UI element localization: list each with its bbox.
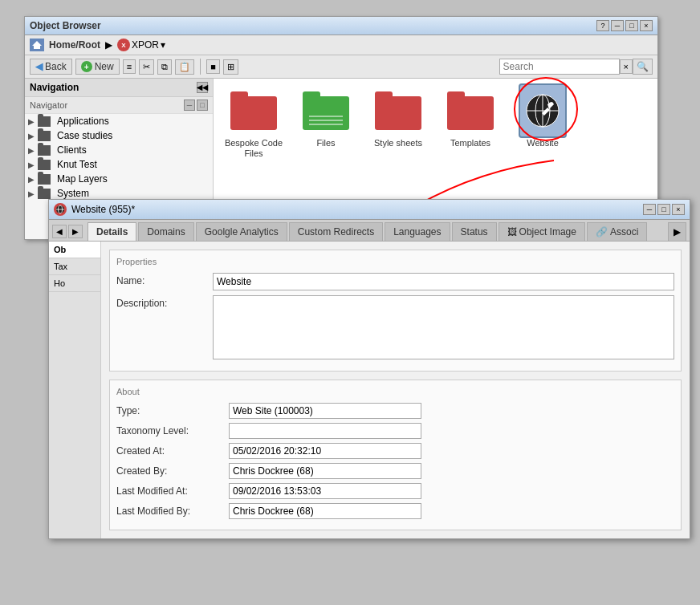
website-window-controls: ─ □ × — [643, 204, 685, 215]
expand-icon: ▶ — [28, 175, 36, 184]
sidebar-header: Navigation ◀◀ — [25, 79, 213, 97]
file-item-templates[interactable]: Templates — [438, 87, 503, 159]
tab-forward-button[interactable]: ▶ — [68, 225, 83, 238]
sidebar-item-map-layers[interactable]: ▶ Map Layers — [25, 172, 213, 186]
folder-stylesheets-icon — [374, 87, 422, 135]
tab-languages[interactable]: Languages — [385, 222, 450, 241]
side-tab-ho[interactable]: Ho — [49, 275, 100, 292]
tab-associ[interactable]: 🔗 Associ — [587, 222, 647, 241]
navigator-label: Navigator — [30, 100, 67, 110]
folder-icon — [38, 174, 51, 185]
file-item-stylesheets[interactable]: Style sheets — [366, 87, 430, 159]
search-go-button[interactable]: 🔍 — [633, 59, 653, 75]
description-textarea[interactable] — [213, 295, 674, 359]
created-at-input — [229, 443, 421, 459]
last-modified-by-row: Last Modified By: — [116, 503, 674, 519]
paste-button[interactable]: 📋 — [175, 59, 194, 75]
about-section: About Type: Taxonomy Level: Created At: … — [109, 380, 682, 530]
copy-button[interactable]: ⧉ — [157, 59, 172, 75]
taxonomy-label: Taxonomy Level: — [116, 425, 229, 436]
back-button[interactable]: ◀ Back — [30, 59, 72, 75]
xpor-nav[interactable]: X XPOR ▾ — [117, 39, 165, 51]
tab-custom-redirects[interactable]: Custom Redirects — [289, 222, 383, 241]
expand-icon: ▶ — [28, 189, 36, 198]
created-at-label: Created At: — [116, 445, 229, 457]
website-maximize-button[interactable]: □ — [657, 204, 670, 215]
search-input[interactable] — [499, 59, 620, 75]
navigator-minimize-btn[interactable]: ─ — [184, 99, 195, 111]
properties-section: Properties Name: Description: — [109, 250, 682, 372]
expand-icon: ▶ — [28, 117, 36, 126]
last-modified-at-label: Last Modified At: — [116, 485, 229, 497]
grid-view-button[interactable]: ⊞ — [223, 59, 238, 75]
sidebar-title: Navigation — [30, 82, 79, 93]
browser-title: Object Browser — [30, 20, 101, 31]
new-icon: + — [81, 61, 92, 72]
square-view-button[interactable]: ■ — [206, 59, 220, 74]
navigator-expand-btn[interactable]: □ — [197, 99, 208, 111]
website-window-title: Website (955)* — [71, 204, 135, 215]
sidebar-controls: ◀◀ — [197, 82, 208, 93]
maximize-button[interactable]: □ — [625, 20, 638, 31]
about-section-title: About — [116, 387, 674, 396]
created-at-row: Created At: — [116, 443, 674, 459]
expand-icon: ▶ — [28, 132, 36, 140]
sidebar-collapse-button[interactable]: ◀◀ — [197, 82, 208, 93]
created-by-label: Created By: — [116, 465, 229, 477]
expand-icon: ▶ — [28, 146, 36, 155]
xpor-icon: X — [117, 39, 130, 51]
back-icon: ◀ — [35, 61, 43, 72]
name-input[interactable] — [213, 273, 674, 290]
browser-titlebar: Object Browser ? ─ □ × — [25, 17, 657, 35]
file-item-website[interactable]: Website — [511, 87, 575, 159]
cut-button[interactable]: ✂ — [139, 59, 154, 75]
folder-bespoke-icon — [230, 87, 278, 135]
taxonomy-input — [229, 423, 421, 439]
close-button[interactable]: × — [640, 20, 653, 31]
sidebar-item-clients[interactable]: ▶ Clients — [25, 143, 213, 157]
sidebar-item-label: Knut Test — [57, 159, 97, 170]
folder-icon — [38, 116, 51, 127]
nav-arrow: ▶ — [105, 39, 112, 51]
file-item-files[interactable]: Files — [294, 87, 358, 159]
description-row: Description: — [116, 295, 674, 359]
tab-details[interactable]: Details — [88, 222, 136, 242]
browser-window-controls: ? ─ □ × — [596, 20, 653, 31]
associ-icon: 🔗 — [596, 226, 608, 238]
sidebar-item-label: Map Layers — [57, 173, 108, 185]
tab-more-button[interactable]: ▶ — [668, 222, 686, 241]
home-root-label[interactable]: Home/Root — [49, 39, 100, 51]
website-title-icon — [54, 203, 67, 216]
file-label-templates: Templates — [450, 138, 490, 148]
tab-google-analytics[interactable]: Goolgle Analytics — [196, 222, 287, 241]
globe-svg — [525, 93, 560, 128]
type-label: Type: — [116, 405, 229, 416]
tab-status[interactable]: Status — [452, 222, 497, 241]
tab-back-button[interactable]: ◀ — [52, 225, 67, 238]
help-button[interactable]: ? — [596, 20, 609, 31]
side-tab-ob[interactable]: Ob — [49, 242, 100, 258]
svg-marker-0 — [32, 41, 42, 49]
sidebar-item-knut-test[interactable]: ▶ Knut Test — [25, 157, 213, 172]
object-image-icon: 🖼 — [507, 226, 517, 238]
website-minimize-button[interactable]: ─ — [643, 204, 656, 215]
folder-icon — [38, 131, 51, 141]
last-modified-by-label: Last Modified By: — [116, 506, 229, 517]
home-icon — [30, 39, 44, 51]
tab-domains[interactable]: Domains — [138, 222, 193, 241]
file-item-bespoke[interactable]: Bespoke CodeFiles — [222, 87, 286, 159]
tabs-bar: ◀ ▶ Details Domains Goolgle Analytics Cu… — [49, 220, 690, 242]
tab-object-image[interactable]: 🖼 Object Image — [499, 222, 585, 241]
search-box: × 🔍 — [499, 59, 653, 75]
minimize-button[interactable]: ─ — [611, 20, 624, 31]
side-tab-tax[interactable]: Tax — [49, 258, 100, 275]
website-icon-wrap — [519, 83, 567, 138]
sidebar-item-applications[interactable]: ▶ Applications — [25, 114, 213, 128]
new-button[interactable]: + New — [75, 59, 120, 75]
sidebar-item-case-studies[interactable]: ▶ Case studies — [25, 128, 213, 143]
sidebar-item-label: Applications — [57, 116, 109, 127]
website-close-button[interactable]: × — [672, 204, 685, 215]
search-clear-button[interactable]: × — [620, 59, 633, 74]
file-label-bespoke: Bespoke CodeFiles — [225, 138, 283, 159]
list-view-button[interactable]: ≡ — [123, 59, 136, 74]
